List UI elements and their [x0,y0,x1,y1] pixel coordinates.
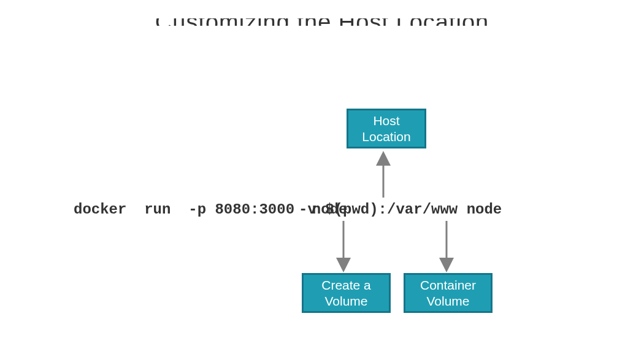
truncated-title: Customizing the Host Location [0,18,644,26]
label-text: Volume [426,293,469,309]
diagram-canvas: Customizing the Host Location docker run… [0,0,644,362]
label-text: Location [362,129,410,145]
command-overlap-text: -v $(pwd):/var/www node [299,201,502,218]
label-create-volume: Create a Volume [302,273,391,313]
label-text: Volume [324,293,367,309]
label-host-location: Host Location [347,109,426,148]
label-text: Container [420,277,476,293]
label-text: Host [373,113,399,129]
label-text: Create a [321,277,371,293]
label-container-volume: Container Volume [404,273,493,313]
